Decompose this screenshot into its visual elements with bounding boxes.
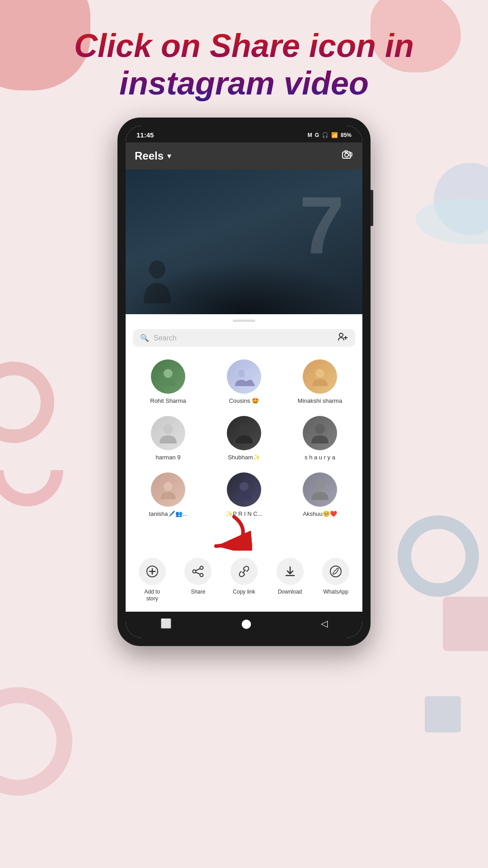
contact-avatar-shubham bbox=[227, 416, 261, 450]
search-icon: 🔍 bbox=[140, 334, 149, 342]
video-area: 7 bbox=[126, 170, 362, 314]
bg-decoration-5 bbox=[0, 362, 54, 443]
contact-avatar-prince bbox=[227, 472, 261, 507]
phone-nav-bar: ⬜ ⬤ ◁ bbox=[126, 612, 362, 638]
svg-point-10 bbox=[244, 369, 250, 376]
copy-link-icon bbox=[230, 558, 258, 585]
search-placeholder: Search bbox=[154, 334, 177, 342]
contact-name-cousins: Cousins 🤩 bbox=[229, 397, 259, 405]
contact-shaurya[interactable]: s h a u r y a bbox=[282, 410, 358, 467]
video-person bbox=[139, 258, 175, 305]
svg-point-22 bbox=[200, 566, 203, 569]
arrow-area bbox=[126, 524, 362, 551]
page-title: Click on Share icon in instagram video bbox=[0, 27, 488, 102]
status-time: 11:45 bbox=[136, 131, 154, 139]
share-label: Share bbox=[191, 589, 205, 596]
download-icon bbox=[277, 558, 304, 585]
phone-mockup: 11:45 M G 🎧 📶 85% Reels ▾ bbox=[117, 118, 371, 646]
contact-name-minakshi: Minakshi sharma bbox=[298, 397, 342, 405]
contact-name-rohit: Rohit Sharma bbox=[150, 397, 186, 405]
phone-screen: 11:45 M G 🎧 📶 85% Reels ▾ bbox=[126, 126, 362, 638]
add-to-story-label: Add tostory bbox=[144, 589, 160, 603]
reels-title: Reels bbox=[135, 150, 164, 162]
svg-point-12 bbox=[163, 424, 173, 434]
contacts-grid: Rohit Sharma Cousins 🤩 bbox=[126, 354, 362, 524]
svg-line-25 bbox=[196, 569, 200, 571]
contact-akshuu[interactable]: Akshuu🥺❤️ bbox=[282, 467, 358, 524]
contact-minakshi[interactable]: Minakshi sharma bbox=[282, 354, 358, 410]
contact-name-harman: harman 9 bbox=[156, 454, 181, 462]
contact-avatar-harman bbox=[151, 416, 185, 450]
svg-point-11 bbox=[315, 369, 324, 378]
action-add-to-story[interactable]: Add tostory bbox=[130, 558, 174, 603]
contact-avatar-shaurya bbox=[303, 416, 337, 450]
contact-name-tanisha: tanisha🖊️👥... bbox=[149, 510, 188, 518]
contact-shubham[interactable]: Shubham✨ bbox=[206, 410, 282, 467]
whatsapp-icon bbox=[322, 558, 349, 585]
sheet-handle bbox=[233, 320, 255, 322]
camera-icon[interactable] bbox=[342, 149, 353, 163]
status-bar: 11:45 M G 🎧 📶 85% bbox=[126, 126, 362, 142]
contact-name-shaurya: s h a u r y a bbox=[305, 454, 335, 462]
share-icon bbox=[184, 558, 211, 585]
svg-point-15 bbox=[164, 482, 173, 491]
action-download[interactable]: Download bbox=[268, 558, 312, 603]
contact-avatar-tanisha bbox=[151, 472, 185, 507]
nav-back-button[interactable]: ◁ bbox=[321, 618, 328, 629]
action-whatsapp[interactable]: WhatsApp bbox=[314, 558, 358, 603]
contact-name-shubham: Shubham✨ bbox=[228, 454, 260, 462]
svg-point-8 bbox=[164, 369, 173, 378]
dropdown-icon[interactable]: ▾ bbox=[167, 151, 171, 161]
svg-point-24 bbox=[200, 573, 203, 576]
invite-icon[interactable] bbox=[337, 331, 348, 344]
svg-line-26 bbox=[196, 572, 200, 574]
bg-decoration-7 bbox=[443, 597, 488, 651]
action-copy-link[interactable]: Copy link bbox=[222, 558, 266, 603]
action-row: Add tostory Share bbox=[126, 551, 362, 612]
svg-point-13 bbox=[239, 424, 249, 434]
bg-decoration-10 bbox=[0, 687, 72, 796]
svg-point-1 bbox=[345, 153, 348, 157]
share-sheet: 🔍 Search bbox=[126, 320, 362, 612]
contact-cousins[interactable]: Cousins 🤩 bbox=[206, 354, 282, 410]
copy-link-label: Copy link bbox=[233, 589, 255, 596]
nav-home-button[interactable]: ⬤ bbox=[241, 618, 251, 629]
arrow-indicator bbox=[198, 514, 252, 551]
whatsapp-label: WhatsApp bbox=[323, 589, 348, 596]
action-share[interactable]: Share bbox=[176, 558, 221, 603]
bg-decoration-8 bbox=[425, 696, 461, 732]
svg-point-16 bbox=[239, 482, 249, 491]
contact-rohit[interactable]: Rohit Sharma bbox=[130, 354, 206, 410]
status-icons: M G 🎧 📶 85% bbox=[308, 132, 352, 138]
contact-avatar-rohit bbox=[151, 359, 185, 394]
phone-frame: 11:45 M G 🎧 📶 85% Reels ▾ bbox=[117, 118, 371, 646]
svg-point-14 bbox=[315, 424, 325, 434]
video-number: 7 bbox=[299, 179, 344, 272]
nav-square-button[interactable]: ⬜ bbox=[160, 618, 172, 629]
contact-tanisha[interactable]: tanisha🖊️👥... bbox=[130, 467, 206, 524]
svg-point-5 bbox=[339, 333, 343, 337]
bg-decoration-6 bbox=[398, 515, 479, 597]
svg-point-29 bbox=[330, 566, 341, 577]
search-bar[interactable]: 🔍 Search bbox=[133, 329, 355, 347]
contact-avatar-minakshi bbox=[303, 359, 337, 394]
contact-avatar-akshuu bbox=[303, 472, 337, 507]
svg-point-17 bbox=[315, 481, 325, 491]
contact-avatar-cousins bbox=[227, 359, 261, 394]
bg-decoration-4 bbox=[416, 199, 488, 244]
download-label: Download bbox=[278, 589, 302, 596]
svg-point-4 bbox=[149, 260, 165, 278]
phone-side-button bbox=[371, 190, 373, 226]
svg-point-23 bbox=[193, 570, 196, 573]
bg-decoration-9 bbox=[0, 470, 63, 506]
instagram-header: Reels ▾ bbox=[126, 142, 362, 170]
contact-name-akshuu: Akshuu🥺❤️ bbox=[303, 510, 337, 518]
contact-harman[interactable]: harman 9 bbox=[130, 410, 206, 467]
title-text: Click on Share icon in instagram video bbox=[27, 27, 461, 102]
add-to-story-icon bbox=[139, 558, 166, 585]
